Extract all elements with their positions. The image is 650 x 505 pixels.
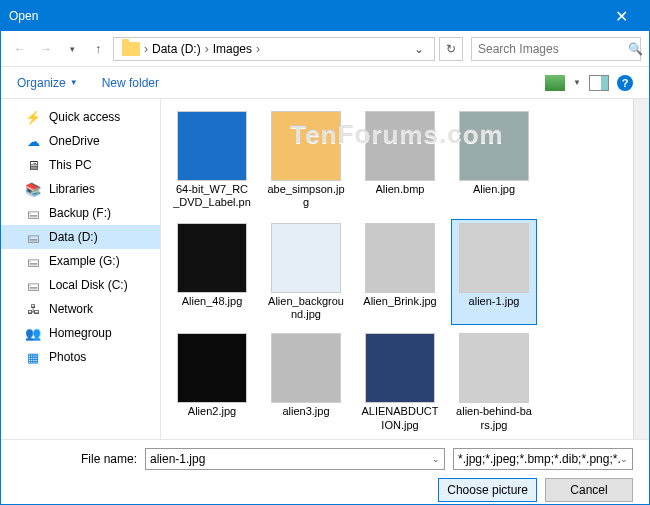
file-thumbnail <box>365 333 435 403</box>
sidebar-item-label: OneDrive <box>49 134 100 148</box>
file-thumbnail <box>365 223 435 293</box>
address-bar[interactable]: › Data (D:) › Images › ⌄ <box>113 37 435 61</box>
vertical-scrollbar[interactable] <box>633 99 649 439</box>
sidebar-item-label: Homegroup <box>49 326 112 340</box>
navbar: ← → ▾ ↑ › Data (D:) › Images › ⌄ ↻ 🔍 <box>1 31 649 67</box>
folder-icon <box>122 42 140 56</box>
file-thumbnail <box>271 333 341 403</box>
organize-label: Organize <box>17 76 66 90</box>
sidebar-item[interactable]: 👥Homegroup <box>1 321 160 345</box>
sidebar-item[interactable]: ▦Photos <box>1 345 160 369</box>
sidebar-item-icon: 🖧 <box>25 301 41 317</box>
sidebar-item[interactable]: 📚Libraries <box>1 177 160 201</box>
refresh-button[interactable]: ↻ <box>439 37 463 61</box>
new-folder-button[interactable]: New folder <box>102 76 159 90</box>
sidebar-item[interactable]: ☁OneDrive <box>1 129 160 153</box>
sidebar-item[interactable]: 🖧Network <box>1 297 160 321</box>
window-title: Open <box>9 9 601 23</box>
file-item[interactable]: Alien.jpg <box>451 107 537 215</box>
sidebar-item[interactable]: 🖴Example (G:) <box>1 249 160 273</box>
file-item[interactable]: 64-bit_W7_RC_DVD_Label.png <box>169 107 255 215</box>
sidebar-item-icon: ⚡ <box>25 109 41 125</box>
file-item[interactable]: ALIENABDUCTION.jpg <box>357 329 443 435</box>
cancel-label: Cancel <box>570 483 607 497</box>
close-icon[interactable]: ✕ <box>601 7 641 26</box>
file-item[interactable]: alien-1.jpg <box>451 219 537 325</box>
search-input[interactable] <box>478 42 628 56</box>
preview-pane-button[interactable] <box>589 75 609 91</box>
sidebar-item-label: Photos <box>49 350 86 364</box>
filename-input[interactable] <box>150 452 432 466</box>
choose-picture-button[interactable]: Choose picture <box>438 478 537 502</box>
sidebar-item-icon: 🖴 <box>25 277 41 293</box>
navigation-pane: ⚡Quick access☁OneDrive🖥This PC📚Libraries… <box>1 99 161 439</box>
file-thumbnail <box>459 111 529 181</box>
sidebar-item-icon: 🖴 <box>25 229 41 245</box>
help-icon[interactable]: ? <box>617 75 633 91</box>
file-name-label: Alien_background.jpg <box>267 295 345 321</box>
footer: File name: ⌄ *.jpg;*.jpeg;*.bmp;*.dib;*.… <box>1 439 649 505</box>
up-button[interactable]: ↑ <box>87 38 109 60</box>
file-thumbnail <box>459 333 529 403</box>
file-name-label: ALIENABDUCTION.jpg <box>361 405 439 431</box>
sidebar-item[interactable]: 🖴Data (D:) <box>1 225 160 249</box>
toolbar: Organize ▼ New folder ▼ ? <box>1 67 649 99</box>
sidebar-item-label: Example (G:) <box>49 254 120 268</box>
titlebar: Open ✕ <box>1 1 649 31</box>
sidebar-item-icon: 👥 <box>25 325 41 341</box>
file-item[interactable]: Alien_Brink.jpg <box>357 219 443 325</box>
filetype-filter[interactable]: *.jpg;*.jpeg;*.bmp;*.dib;*.png;*.gif;*.j… <box>453 448 633 470</box>
dialog-body: ⚡Quick access☁OneDrive🖥This PC📚Libraries… <box>1 99 649 439</box>
file-item[interactable]: Alien2.jpg <box>169 329 255 435</box>
file-item[interactable]: Alien_background.jpg <box>263 219 349 325</box>
chevron-right-icon[interactable]: › <box>256 42 260 56</box>
file-name-label: alien-1.jpg <box>469 295 520 308</box>
file-thumbnail <box>177 111 247 181</box>
search-icon: 🔍 <box>628 42 643 56</box>
chevron-down-icon[interactable]: ⌄ <box>432 454 440 464</box>
file-thumbnail <box>177 333 247 403</box>
sidebar-item[interactable]: 🖴Local Disk (C:) <box>1 273 160 297</box>
sidebar-item-icon: ▦ <box>25 349 41 365</box>
recent-locations-button[interactable]: ▾ <box>61 38 83 60</box>
sidebar-item[interactable]: 🖥This PC <box>1 153 160 177</box>
sidebar-item-label: Quick access <box>49 110 120 124</box>
filter-text: *.jpg;*.jpeg;*.bmp;*.dib;*.png;*.gif;*.j… <box>458 452 620 466</box>
sidebar-item-label: Network <box>49 302 93 316</box>
search-box[interactable]: 🔍 <box>471 37 641 61</box>
cancel-button[interactable]: Cancel <box>545 478 633 502</box>
file-item[interactable]: Alien_48.jpg <box>169 219 255 325</box>
sidebar-item-icon: 🖴 <box>25 253 41 269</box>
new-folder-label: New folder <box>102 76 159 90</box>
file-name-label: abe_simpson.jpg <box>267 183 345 209</box>
sidebar-item-label: This PC <box>49 158 92 172</box>
chevron-down-icon[interactable]: ⌄ <box>620 454 628 464</box>
organize-menu[interactable]: Organize ▼ <box>17 76 78 90</box>
filename-combobox[interactable]: ⌄ <box>145 448 445 470</box>
chevron-down-icon[interactable]: ▼ <box>573 78 581 87</box>
breadcrumb-segment[interactable]: Data (D:) <box>148 42 205 56</box>
view-thumbnails-button[interactable] <box>545 75 565 91</box>
file-item[interactable]: alien3.jpg <box>263 329 349 435</box>
choose-label: Choose picture <box>447 483 528 497</box>
file-item[interactable]: Alien.bmp <box>357 107 443 215</box>
sidebar-item[interactable]: ⚡Quick access <box>1 105 160 129</box>
file-list[interactable]: TenForums.com 64-bit_W7_RC_DVD_Label.png… <box>161 99 633 439</box>
forward-button[interactable]: → <box>35 38 57 60</box>
file-thumbnail <box>365 111 435 181</box>
sidebar-item-icon: 📚 <box>25 181 41 197</box>
sidebar-item-label: Data (D:) <box>49 230 98 244</box>
file-name-label: Alien_Brink.jpg <box>363 295 436 308</box>
sidebar-item[interactable]: 🖴Backup (F:) <box>1 201 160 225</box>
back-button[interactable]: ← <box>9 38 31 60</box>
breadcrumb-dropdown-icon[interactable]: ⌄ <box>408 42 430 56</box>
file-name-label: Alien.jpg <box>473 183 515 196</box>
file-thumbnail <box>177 223 247 293</box>
file-item[interactable]: abe_simpson.jpg <box>263 107 349 215</box>
breadcrumb-segment[interactable]: Images <box>209 42 256 56</box>
file-item[interactable]: alien-behind-bars.jpg <box>451 329 537 435</box>
sidebar-item-icon: 🖴 <box>25 205 41 221</box>
file-thumbnail <box>271 223 341 293</box>
file-name-label: Alien.bmp <box>376 183 425 196</box>
file-name-label: Alien_48.jpg <box>182 295 243 308</box>
